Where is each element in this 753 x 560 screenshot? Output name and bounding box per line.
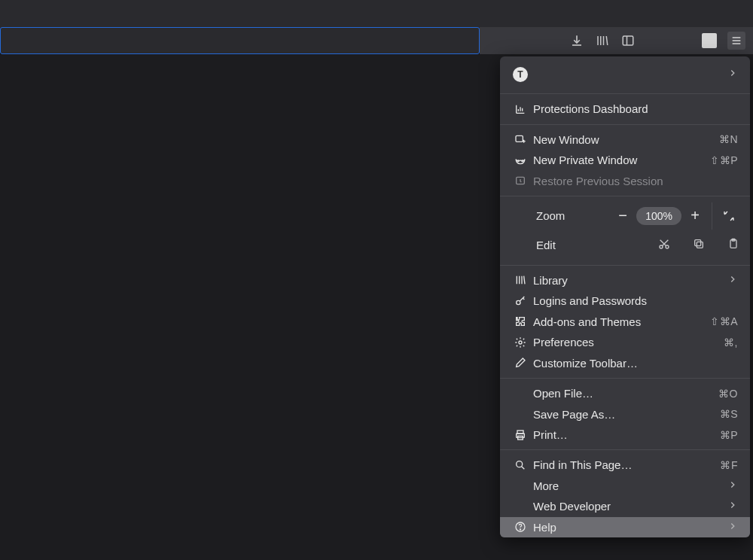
shortcut: ⌘, (724, 336, 738, 348)
new-window-item[interactable]: New Window ⌘N (500, 129, 750, 150)
menu-item-label: Help (530, 521, 727, 534)
more-item[interactable]: More (500, 476, 750, 496)
shortcut: ⌘N (719, 133, 738, 145)
menu-item-label: Find in This Page… (530, 458, 720, 471)
copy-icon[interactable] (693, 238, 705, 252)
print-icon (511, 429, 530, 441)
restore-icon (511, 175, 530, 187)
toolbar-right (480, 27, 753, 54)
profile-icon[interactable] (702, 33, 717, 48)
cut-icon[interactable] (658, 238, 670, 252)
svg-point-3 (522, 160, 523, 162)
zoom-in-button[interactable]: + (681, 202, 709, 230)
gear-icon (511, 336, 530, 348)
web-developer-item[interactable]: Web Developer (500, 496, 750, 516)
library-item[interactable]: Library (500, 270, 750, 291)
zoom-row: Zoom − 100% + (500, 201, 750, 230)
search-icon (511, 459, 530, 471)
shortcut: ⇧⌘P (710, 154, 738, 166)
open-file-item[interactable]: Open File… ⌘O (500, 383, 750, 403)
menu-item-label: Print… (530, 428, 720, 441)
new-window-icon (511, 133, 530, 145)
library-icon (511, 274, 530, 286)
zoom-value[interactable]: 100% (636, 207, 681, 225)
svg-rect-1 (516, 136, 523, 142)
menu-item-label: New Private Window (530, 154, 710, 166)
chevron-right-icon (727, 274, 738, 287)
paintbrush-icon (511, 357, 530, 369)
chevron-right-icon (727, 68, 738, 81)
svg-rect-8 (695, 240, 701, 246)
puzzle-icon (511, 315, 530, 327)
separator (500, 196, 750, 196)
edit-label: Edit (533, 239, 556, 251)
shortcut: ⇧⌘A (710, 315, 738, 327)
customize-item[interactable]: Customize Toolbar… (500, 352, 750, 373)
svg-rect-0 (623, 36, 633, 45)
zoom-out-button[interactable]: − (609, 202, 636, 230)
menu-item-label: Customize Toolbar… (530, 357, 738, 370)
svg-point-16 (517, 461, 523, 467)
menu-item-label: Add-ons and Themes (530, 315, 710, 328)
separator (500, 265, 750, 266)
mask-icon (511, 154, 530, 166)
help-item[interactable]: Help (500, 517, 750, 537)
menu-item-label: New Window (530, 133, 719, 146)
menu-item-label: Open File… (530, 387, 718, 400)
chevron-right-icon (727, 479, 738, 492)
new-private-window-item[interactable]: New Private Window ⇧⌘P (500, 150, 750, 170)
menu-item-label: More (530, 479, 727, 492)
url-bar[interactable] (0, 27, 480, 54)
fullscreen-button[interactable] (715, 202, 742, 230)
svg-point-11 (517, 300, 520, 304)
protections-dashboard-item[interactable]: Protections Dashboard (500, 99, 750, 119)
separator (500, 378, 750, 379)
menu-item-label: Logins and Passwords (530, 294, 738, 307)
addons-item[interactable]: Add-ons and Themes ⇧⌘A (500, 311, 750, 331)
menu-item-label: Restore Previous Session (530, 175, 738, 187)
toolbar-spacer (480, 0, 753, 29)
chart-icon (511, 103, 530, 115)
logins-item[interactable]: Logins and Passwords (500, 291, 750, 311)
app-menu-button[interactable] (727, 32, 745, 50)
account-avatar: T (513, 67, 528, 82)
menu-item-label: Protections Dashboard (530, 102, 738, 115)
save-as-item[interactable]: Save Page As… ⌘S (500, 403, 750, 424)
help-icon (511, 521, 530, 533)
shortcut: ⌘P (720, 429, 738, 441)
library-toolbar-icon[interactable] (595, 33, 610, 48)
shortcut: ⌘S (720, 408, 738, 420)
restore-session-item: Restore Previous Session (500, 171, 750, 191)
paste-icon[interactable] (727, 238, 739, 252)
menu-item-label: Preferences (530, 336, 724, 348)
shortcut: ⌘F (720, 459, 738, 471)
svg-point-18 (520, 529, 520, 530)
menu-item-label: Save Page As… (530, 408, 720, 421)
find-item[interactable]: Find in This Page… ⌘F (500, 455, 750, 475)
tab-strip (0, 0, 480, 29)
chevron-right-icon (727, 521, 738, 534)
shortcut: ⌘O (718, 388, 738, 400)
account-row[interactable]: T (500, 59, 750, 89)
menu-item-label: Library (530, 274, 727, 287)
svg-point-12 (519, 341, 522, 344)
svg-point-2 (518, 160, 520, 162)
app-menu: T Protections Dashboard New Window ⌘N Ne… (500, 56, 750, 537)
separator (500, 93, 750, 94)
separator (500, 124, 750, 125)
separator (500, 449, 750, 450)
chevron-right-icon (727, 500, 738, 513)
preferences-item[interactable]: Preferences ⌘, (500, 332, 750, 352)
key-icon (511, 295, 530, 307)
edit-row: Edit (500, 230, 750, 260)
sidebar-toolbar-icon[interactable] (620, 33, 636, 48)
svg-rect-7 (697, 242, 703, 248)
downloads-icon[interactable] (569, 33, 584, 48)
print-item[interactable]: Print… ⌘P (500, 425, 750, 445)
menu-item-label: Web Developer (530, 500, 727, 513)
zoom-label: Zoom (533, 209, 578, 222)
